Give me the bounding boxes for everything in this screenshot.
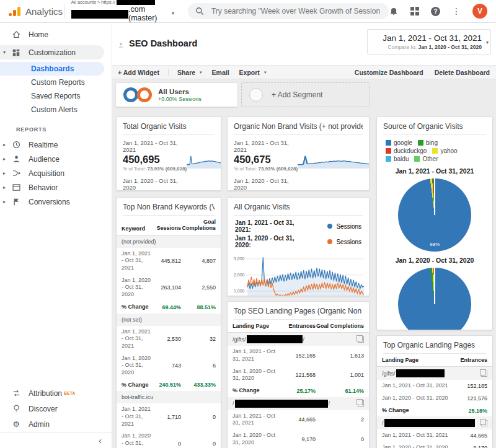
sidebar-item-custom-alerts[interactable]: Custom Alerts [0,103,112,116]
table-data-row: Jan 1, 2020 - Oct 31, 2020121,5681,001 [228,366,369,385]
redaction-bar [247,335,303,343]
legend-swatch [418,140,423,146]
sidebar-item-realtime[interactable]: ▸ Realtime [0,138,112,152]
customize-dashboard-button[interactable]: Customize Dashboard [355,69,423,76]
sidebar-item-discover[interactable]: Discover [0,401,112,416]
table-data-row: Jan 1, 2020 - Oct 31, 2020121,576 [377,392,492,405]
widget-top-non-brand-keywords: Top Non Brand Keywords (Visits & C... Ke… [116,197,221,448]
table-data-row: Jan 1, 2021 - Oct 31, 202144,665 [377,429,492,442]
open-link-icon[interactable] [358,336,364,343]
table-header-row: Landing PageEntrances [377,354,492,367]
sub-item-label: Custom Reports [31,78,85,87]
customization-icon [11,48,21,58]
avatar[interactable]: V [472,4,487,19]
sidebar-item-admin[interactable]: ⚙ Admin [0,416,112,432]
legend-item: google [386,139,412,146]
acquisition-icon [11,169,21,178]
sidebar-item-dashboards[interactable]: Dashboards [0,62,104,76]
widget-organic-non-brand-visits: Organic Non Brand Visits (+ not provided… [227,116,370,191]
export-button[interactable]: Export▾ [239,69,267,76]
sparkline-chart [298,154,370,170]
share-button[interactable]: Share▾ [177,69,202,76]
chart-legend: Jan 1, 2021 - Oct 31, 2021: Sessions Jan… [228,216,369,248]
table-section-row: (not set) [117,314,221,326]
reports-section-label: REPORTS [0,116,112,138]
metric-value: 450,695 [123,154,187,165]
delete-dashboard-button[interactable]: Delete Dashboard [435,69,490,76]
account-switcher[interactable]: All accounts > https:// .com (master) ▾ [71,0,174,22]
column-header: Entrances [283,323,316,329]
widget-total-organic-visits: Total Organic Visits Jan 1, 2021 - Oct 3… [116,116,221,191]
widget-source-of-organic-visits: Source of Organic Visits googlebingduckd… [376,116,493,330]
table-data-row: Jan 1, 2020 - Oct 31, 20209,1700 [228,429,369,448]
google-analytics-icon [9,7,20,16]
period-date: Jan 1, 2020 - Oct 31, 2020 [234,177,298,191]
realtime-clock-icon [11,140,21,150]
table-header-row: Landing PageEntrancesGoal Completions [228,320,369,333]
open-link-icon[interactable] [481,420,487,426]
dashboard-toolbar: + Add Widget Share▾ Email Export▾ Custom… [112,65,496,79]
conversions-flag-icon [11,197,21,207]
table-data-row: % Change25.17%61.14% [228,385,369,397]
sidebar-item-acquisition[interactable]: ▸ Acquisition [0,166,112,180]
legend-date: Jan 1, 2020 - Oct 31, 2020: [235,235,308,248]
sidebar-item-attribution[interactable]: Attribution BETA [0,385,112,401]
percent-of-total: % of Total: 73.93% (609,628) [234,166,298,172]
sidebar-item-customization[interactable]: ▾ Customization [0,45,104,59]
legend-swatch [432,148,438,154]
period-date: Jan 1, 2020 - Oct 31, 2020 [123,177,187,191]
search-input[interactable] [210,6,381,16]
help-icon[interactable]: ? [431,7,440,16]
widget-all-organic-visits: All Organic Visits Jan 1, 2021 - Oct 31,… [227,197,370,296]
sidebar-item-home[interactable]: Home [0,27,112,42]
chevron-down-icon: ▾ [264,70,267,75]
analytics-logo[interactable]: Analytics [0,6,64,17]
legend-item: yahoo [432,147,457,154]
breadcrumb-url: https:// [101,0,115,5]
email-button[interactable]: Email [212,69,229,76]
attribution-icon [11,389,21,398]
open-link-icon[interactable] [481,371,487,377]
search-bar[interactable] [188,3,389,19]
compare-range: Compare to: Jan 1, 2020 - Oct 31, 2020 [373,44,482,50]
segment-all-users[interactable]: All Users +0.00% Sessions [115,82,238,107]
chevron-down-icon: ▾ [200,70,202,75]
sidebar-item-audience[interactable]: ▸ Audience [0,152,112,166]
toolbar-divider [168,69,169,76]
pie-title: Jan 1, 2020 - Oct 31, 2020 [377,257,492,264]
legend-metric: Sessions [336,239,361,245]
breadcrumb-separator: > [97,0,100,5]
legend-item: Other [414,156,438,162]
apps-grid-icon[interactable] [410,7,419,15]
segment-ring-blue [123,87,138,102]
legend-dot-blue [327,224,332,229]
sidebar-item-behavior[interactable]: ▸ Behavior [0,180,112,195]
sidebar-item-label: Conversions [29,198,70,206]
date-range-picker[interactable]: Jan 1, 2021 - Oct 31, 2021 Compare to: J… [367,29,491,55]
more-options-icon[interactable]: ⋮ [452,7,461,15]
sidebar-collapse-button[interactable]: ‹ [0,432,112,448]
sidebar-item-custom-reports[interactable]: Custom Reports [0,76,112,89]
widget-top-seo-landing-pages: Top SEO Landing Pages (Organic Non Brand… [227,301,370,448]
redaction-bar [117,0,155,5]
sidebar-item-label: Admin [29,420,50,429]
sidebar-item-conversions[interactable]: ▸ Conversions [0,195,112,209]
column-header: Goal Completions [181,219,216,232]
add-segment-button[interactable]: + Add Segment [241,82,370,107]
add-widget-button[interactable]: + Add Widget [118,69,159,76]
chevron-down-icon: ▾ [0,50,9,55]
metric-value: 450,675 [234,154,298,165]
widget-title: Total Organic Visits [123,117,215,135]
chevron-down-icon: ▾ [172,11,174,17]
open-link-icon[interactable] [358,400,364,406]
notifications-bell-icon[interactable] [389,6,399,16]
admin-gear-icon: ⚙ [11,419,21,429]
redaction-bar [71,10,128,19]
table-data-row: % Change25.16% [377,405,492,417]
table-section-row: /gifts// [228,333,369,346]
breadcrumb-accounts: All accounts [71,0,96,5]
column-header: Sessions [151,225,181,231]
widget-title: All Organic Visits [234,198,363,216]
discover-bulb-icon [11,404,21,414]
sidebar-item-saved-reports[interactable]: Saved Reports [0,89,112,103]
